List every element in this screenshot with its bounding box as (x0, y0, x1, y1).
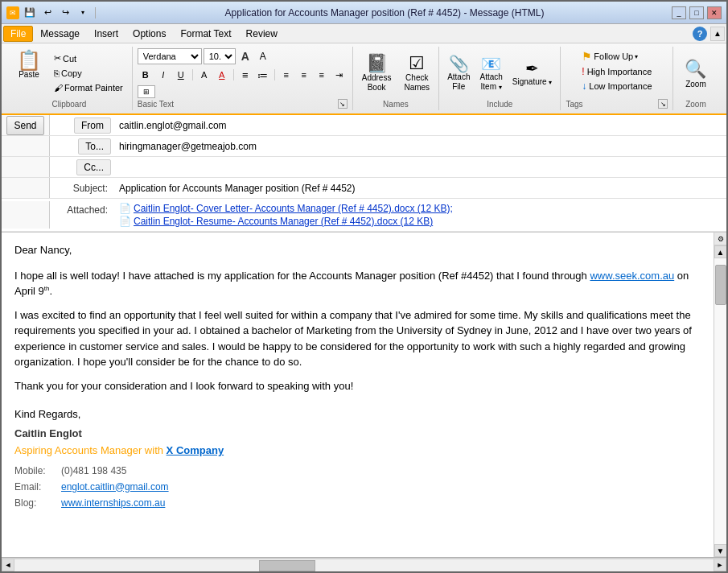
qat-redo[interactable]: ↪ (58, 6, 72, 20)
subject-label: Subject: (73, 183, 111, 194)
basic-text-dialog-launcher[interactable]: ↘ (338, 99, 348, 109)
paste-label: Paste (19, 70, 39, 79)
copy-icon: ⎘ (54, 68, 60, 78)
sig-email-link[interactable]: englot.caitlin@gmail.com (61, 480, 169, 494)
send-button[interactable]: Send (6, 116, 43, 135)
close-btn[interactable]: ✕ (707, 6, 722, 19)
highlight-btn[interactable]: A (196, 67, 212, 83)
to-button[interactable]: To... (78, 138, 111, 155)
status-bar: ◄ ► (2, 557, 726, 571)
scroll-right-arrow[interactable]: ► (714, 559, 726, 571)
cut-button[interactable]: ✂ Cut (50, 52, 127, 65)
sig-email: Email: englot.caitlin@gmail.com (14, 480, 694, 494)
qat-separator (95, 7, 96, 19)
font-select[interactable]: Verdana (138, 48, 202, 64)
to-input[interactable] (114, 139, 726, 154)
scroll-down-arrow[interactable]: ▼ (714, 544, 727, 557)
scroll-track[interactable] (714, 258, 727, 544)
zoom-btn[interactable]: 🔍 Zoom (681, 56, 709, 92)
follow-up-label: Follow Up (594, 52, 633, 61)
zoom-icon: 🔍 (685, 59, 706, 80)
company-link[interactable]: X Company (167, 444, 224, 456)
scroll-left-arrow[interactable]: ◄ (2, 559, 14, 571)
underline-btn[interactable]: U (173, 67, 189, 83)
cc-button[interactable]: Cc... (76, 159, 111, 175)
sig-name: Caitlin Englot (14, 426, 694, 442)
low-importance-label: Low Importance (589, 81, 652, 91)
check-names-btn[interactable]: ☑ CheckNames (400, 52, 434, 95)
sig-blog-link[interactable]: www.internships.com.au (61, 496, 165, 510)
indent-btn[interactable]: ⇥ (331, 67, 348, 83)
font-color-btn[interactable]: A (214, 67, 230, 83)
sig-title: Aspiring Accounts Manager with X Company (14, 443, 694, 459)
bold-btn[interactable]: B (138, 67, 154, 83)
from-value: caitlin.englot@gmail.com (114, 118, 726, 133)
cc-input[interactable] (114, 160, 726, 175)
scroll-up-arrow[interactable]: ▲ (714, 245, 727, 258)
attach-file-btn[interactable]: 📎 AttachFile (444, 52, 473, 94)
high-importance-btn[interactable]: ! High Importance (582, 66, 652, 77)
sig-mobile-value: (0)481 198 435 (61, 464, 126, 478)
format-painter-button[interactable]: 🖌 Format Painter (50, 81, 127, 94)
low-importance-btn[interactable]: ↓ Low Importance (582, 80, 652, 92)
align-right-btn[interactable]: ≡ (314, 67, 330, 83)
signature-label: Signature ▾ (512, 77, 553, 87)
clipboard-group-label: Clipboard (51, 98, 86, 109)
attach-file-icon: 📎 (449, 55, 469, 72)
scroll-thumb[interactable] (715, 265, 726, 305)
qat-save[interactable]: 💾 (23, 6, 37, 20)
horizontal-scroll-thumb[interactable] (259, 560, 315, 571)
high-importance-icon: ! (582, 66, 584, 77)
minimize-btn[interactable]: _ (672, 6, 686, 19)
follow-up-flag-icon: ⚑ (582, 50, 592, 63)
low-importance-icon: ↓ (582, 80, 586, 92)
menu-format-text[interactable]: Format Text (173, 26, 238, 42)
menu-insert[interactable]: Insert (87, 26, 125, 42)
check-names-label: CheckNames (404, 73, 430, 93)
numbering-btn[interactable]: ≔ (255, 67, 271, 83)
scroll-settings-icon[interactable]: ⚙ (714, 233, 727, 245)
grow-font-btn[interactable]: A (237, 48, 253, 64)
include-group-label: Include (487, 98, 512, 109)
copy-button[interactable]: ⎘ Copy (50, 67, 127, 80)
paste-button[interactable]: 📋 Paste (11, 48, 47, 81)
email-body[interactable]: Dear Nancy, I hope all is well today! I … (2, 233, 714, 557)
window-title: Application for Accounts Manager positio… (101, 7, 668, 19)
qat-undo[interactable]: ↩ (40, 6, 55, 20)
menu-file[interactable]: File (3, 26, 33, 42)
paste-icon: 📋 (17, 51, 41, 70)
shrink-font-btn[interactable]: A (255, 48, 271, 64)
address-book-btn[interactable]: 📓 AddressBook (358, 52, 396, 95)
menu-message[interactable]: Message (33, 26, 87, 42)
tags-group-label: Tags (566, 98, 582, 109)
qat-more[interactable]: ▾ (76, 6, 90, 20)
attach-item-btn[interactable]: 📧 AttachItem ▾ (476, 52, 505, 94)
collapse-ribbon-btn[interactable]: ▲ (710, 27, 725, 41)
attachment-icon-2: 📄 (119, 216, 131, 227)
sig-blog: Blog: www.internships.com.au (14, 496, 694, 510)
attachment-1[interactable]: 📄 Caitlin Englot- Cover Letter- Accounts… (119, 203, 453, 214)
from-dropdown-button[interactable]: From (74, 117, 111, 134)
seek-link[interactable]: www.seek.com.au (590, 270, 674, 282)
horizontal-scroll-track[interactable] (14, 559, 714, 571)
attachment-2[interactable]: 📄 Caitlin Englot- Resume- Accounts Manag… (119, 216, 453, 227)
vertical-scrollbar[interactable]: ⚙ ▲ ▼ (714, 233, 726, 557)
bullets-btn[interactable]: ≡ (237, 67, 253, 83)
attached-label: Attached: (67, 204, 111, 216)
help-icon[interactable]: ? (693, 27, 707, 41)
sig-mobile-label: Mobile: (14, 464, 55, 478)
italic-btn[interactable]: I (155, 67, 171, 83)
cut-icon: ✂ (54, 53, 61, 64)
high-importance-label: High Importance (587, 67, 652, 76)
more-options-btn[interactable]: ⊞ (138, 85, 155, 98)
maximize-btn[interactable]: □ (689, 6, 704, 19)
menu-options[interactable]: Options (125, 26, 173, 42)
font-size-select[interactable]: 10.5 (204, 48, 236, 64)
align-center-btn[interactable]: ≡ (296, 67, 312, 83)
menu-review[interactable]: Review (239, 26, 285, 42)
signature-btn[interactable]: ✒ Signature ▾ (509, 57, 556, 89)
subject-input[interactable] (114, 181, 726, 196)
tags-dialog-launcher[interactable]: ↘ (658, 99, 668, 109)
align-left-btn[interactable]: ≡ (278, 67, 294, 83)
follow-up-btn[interactable]: ⚑ Follow Up ▾ (582, 50, 638, 63)
